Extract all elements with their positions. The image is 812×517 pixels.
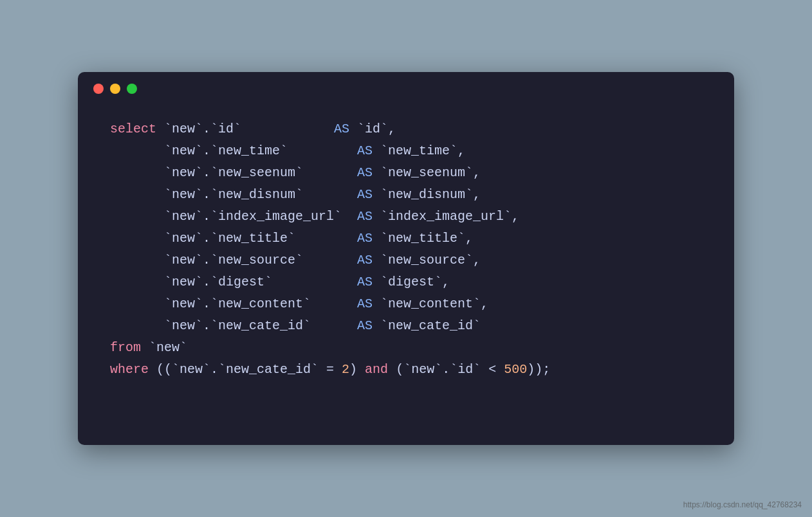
col-10: `new`.`new_cate_id` bbox=[110, 315, 357, 337]
col-6: `new`.`new_title` bbox=[110, 228, 357, 249]
as-7: AS bbox=[357, 249, 380, 271]
as-4: AS bbox=[357, 184, 380, 206]
where-val2: 500 bbox=[504, 359, 527, 381]
code-line-5: `new`.`index_image_url` AS `index_image_… bbox=[110, 206, 702, 228]
where-open: ((`new`.`new_cate_id` = bbox=[149, 359, 342, 381]
alias-8: `digest`, bbox=[380, 271, 450, 293]
as-9: AS bbox=[357, 293, 380, 315]
as-2: AS bbox=[357, 140, 380, 162]
alias-5: `index_image_url`, bbox=[380, 206, 519, 228]
alias-7: `new_source`, bbox=[380, 249, 481, 271]
col-3: `new`.`new_seenum` bbox=[110, 162, 357, 184]
close-dot[interactable] bbox=[93, 84, 104, 94]
minimize-dot[interactable] bbox=[110, 84, 120, 94]
alias-4: `new_disnum`, bbox=[380, 184, 481, 206]
as-10: AS bbox=[357, 315, 380, 337]
col-2: `new`.`new_time` bbox=[110, 140, 357, 162]
col-4: `new`.`new_disnum` bbox=[110, 184, 357, 206]
where-keyword: where bbox=[110, 359, 149, 381]
code-line-8: `new`.`digest` AS `digest`, bbox=[110, 271, 702, 293]
where-part2: (`new`.`id` < bbox=[388, 359, 504, 381]
as-3: AS bbox=[357, 162, 380, 184]
code-block: select `new`.`id` AS `id`, `new`.`new_ti… bbox=[78, 105, 734, 400]
from-keyword: from bbox=[110, 337, 141, 359]
from-table: `new` bbox=[141, 337, 187, 359]
as-6: AS bbox=[357, 228, 380, 249]
col-9: `new`.`new_content` bbox=[110, 293, 357, 315]
maximize-dot[interactable] bbox=[127, 84, 137, 94]
where-end: )); bbox=[527, 359, 550, 381]
code-line-10: `new`.`new_cate_id` AS `new_cate_id` bbox=[110, 315, 702, 337]
col-8: `new`.`digest` bbox=[110, 271, 357, 293]
titlebar bbox=[78, 72, 734, 105]
code-line-from: from `new` bbox=[110, 337, 702, 359]
alias-3: `new_seenum`, bbox=[380, 162, 481, 184]
where-close1: ) bbox=[349, 359, 365, 381]
watermark: https://blog.csdn.net/qq_42768234 bbox=[683, 500, 802, 509]
where-val1: 2 bbox=[342, 359, 349, 381]
code-window: select `new`.`id` AS `id`, `new`.`new_ti… bbox=[78, 72, 734, 445]
as-8: AS bbox=[357, 271, 380, 293]
as-1: AS bbox=[334, 118, 357, 140]
alias-1: `id`, bbox=[357, 118, 396, 140]
col-7: `new`.`new_source` bbox=[110, 249, 357, 271]
as-5: AS bbox=[357, 206, 380, 228]
alias-6: `new_title`, bbox=[380, 228, 473, 249]
code-line-4: `new`.`new_disnum` AS `new_disnum`, bbox=[110, 184, 702, 206]
code-line-7: `new`.`new_source` AS `new_source`, bbox=[110, 249, 702, 271]
code-line-where: where ((`new`.`new_cate_id` = 2 ) and (`… bbox=[110, 359, 702, 381]
code-line-select: select `new`.`id` AS `id`, bbox=[110, 118, 702, 140]
and-keyword: and bbox=[365, 359, 388, 381]
select-keyword: select bbox=[110, 118, 156, 140]
code-line-2: `new`.`new_time` AS `new_time`, bbox=[110, 140, 702, 162]
col-5: `new`.`index_image_url` bbox=[110, 206, 357, 228]
col-1: `new`.`id` bbox=[156, 118, 334, 140]
code-line-3: `new`.`new_seenum` AS `new_seenum`, bbox=[110, 162, 702, 184]
code-line-6: `new`.`new_title` AS `new_title`, bbox=[110, 228, 702, 249]
alias-9: `new_content`, bbox=[380, 293, 488, 315]
alias-2: `new_time`, bbox=[380, 140, 465, 162]
code-line-9: `new`.`new_content` AS `new_content`, bbox=[110, 293, 702, 315]
alias-10: `new_cate_id` bbox=[380, 315, 481, 337]
